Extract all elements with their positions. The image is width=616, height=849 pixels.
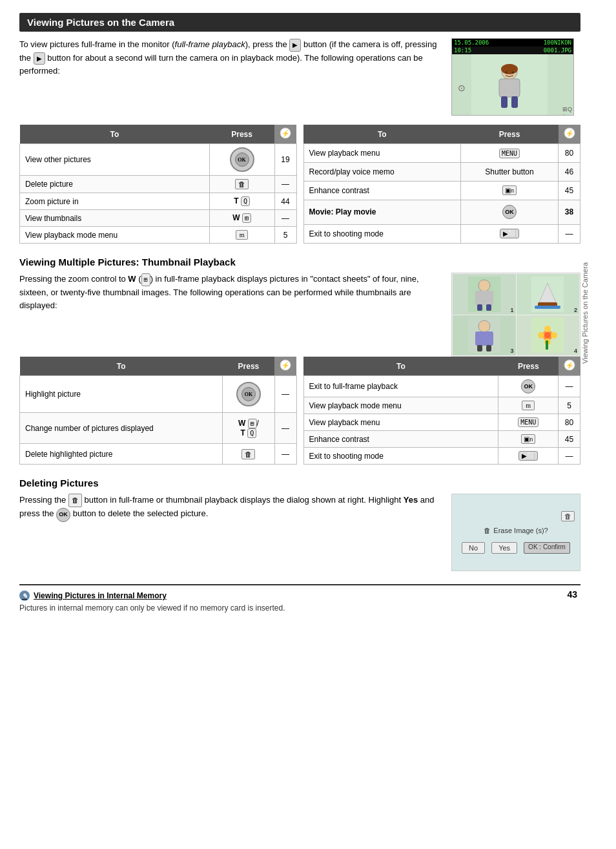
row-to: Zoom picture in [20,193,210,210]
svg-point-30 [551,332,557,339]
row-num: — [274,176,296,193]
thumb-figure-3 [456,317,513,353]
svg-rect-23 [477,345,482,351]
side-label-container: Viewing Pictures on the Camera [579,207,591,419]
table-row: Enhance contrast ▣n 45 [303,431,580,448]
trash-icon2: 🗑 [241,449,255,459]
ref-icon-4: ⚡ [564,359,575,371]
cam-second-bar: 10:15 0001.JPG [452,47,573,54]
table-row: Enhance contrast ▣n 45 [303,181,580,200]
table-row: Change number of pictures displayed W ⊞/… [20,413,297,444]
thumb-2: 2 [517,274,580,315]
row-num: 80 [559,414,580,431]
row-to: Highlight picture [20,376,223,413]
dialog-message: Erase Image (s)? [493,527,548,534]
thumb-4: 4 [517,315,580,356]
camera-figure-svg [490,64,529,112]
row-to: Exit to shooting mode [303,448,498,465]
thumb-3: 3 [453,315,516,356]
dialog-buttons: No Yes OK : Confirm [462,542,570,554]
t-button: T [234,196,238,205]
thumb-svg-1 [468,277,500,312]
m-btn2: m [522,401,535,410]
cam-left-icon: ⊙ [458,83,466,93]
table-row: Delete highlighted picture 🗑 — [20,444,297,465]
svg-point-1 [501,64,518,74]
playback-button-icon: ▶ [289,39,301,52]
svg-rect-22 [475,331,493,346]
table-row: Exit to full-frame playback OK — [303,376,580,397]
row-num: 38 [559,200,580,224]
ok-small-btn: OK [502,205,517,219]
delete-section: Deleting Pictures Pressing the 🗑 button … [19,477,580,571]
w-btn2: W [238,419,245,428]
section2-content: Pressing the zoom control to W (⊞) in fu… [19,273,580,357]
w-thumb-icon: ⊞ [141,273,150,286]
table-row: View playback menu MENU 80 [303,414,580,431]
row-to: View other pictures [20,144,210,176]
thumb-num-3: 3 [510,348,513,354]
row-to: View playback menu [303,414,498,431]
ref-icon-2: ⚡ [564,127,575,139]
row-to: Exit to shooting mode [303,224,461,243]
table2-right: To Press ⚡ Exit to full-frame playback O… [303,357,581,465]
table1-left: To Press ⚡ View other pictures OK [19,125,297,244]
ok-confirm: OK : Confirm [524,542,570,554]
cam-date: 15.05.2006 [454,39,489,46]
ok-center: OK [235,152,249,167]
section-title: Viewing Pictures on the Camera [27,17,174,28]
yes-button[interactable]: Yes [491,542,517,554]
ok-small-btn2: OK [521,379,535,393]
table-row: Highlight picture OK — [20,376,297,413]
svg-rect-24 [486,345,491,351]
row-press: T Q [209,193,274,210]
cam-time: 10:15 [454,47,471,54]
row-to: View playback mode menu [20,227,210,244]
row-num: 19 [274,144,296,176]
thumb-num-2: 2 [574,307,577,313]
row-num: — [559,376,580,397]
row-press: OK [461,200,559,224]
th-to-1: To [20,125,210,144]
delete-paragraph: Pressing the 🗑 button in full-frame or t… [19,494,438,522]
intro-p1: To view pictures full-frame in the monit… [19,39,436,76]
cam-icon1: ⊞Q [562,106,572,112]
camera-display-area: 15.05.2006 100NIKON 10:15 0001.JPG ⊙ [451,38,580,116]
table-row: Zoom picture in T Q 44 [20,193,297,210]
thumb-icon: ⊞ [242,213,251,223]
delete-area: Pressing the 🗑 button in full-frame or t… [19,494,580,571]
row-to: Change number of pictures displayed [20,413,223,444]
cam-right-panel: ⊞Q 1/ 1↑ [548,54,573,116]
svg-rect-13 [475,291,493,305]
svg-rect-19 [535,306,560,309]
cam-body: ⊙ [452,54,573,116]
delete-text: Pressing the 🗑 button in full-frame or t… [19,494,438,571]
ref-icon-1: ⚡ [280,127,291,139]
svg-point-27 [544,326,551,332]
ok-dial-btn: OK [230,147,254,172]
tables-row-2: To Press ⚡ Highlight picture OK [19,357,580,465]
thumb-num-1: 1 [510,307,513,313]
table-row: View playback mode menu m 5 [303,397,580,414]
cam-center [471,54,548,116]
no-button[interactable]: No [462,542,485,554]
delete-section-title: Deleting Pictures [19,477,580,488]
dialog-trash-top: 🗑 [457,511,575,521]
table1-right: To Press ⚡ View playback menu MENU 80 [303,125,581,244]
row-press: m [498,397,559,414]
row-to: Enhance contrast [303,431,498,448]
side-label: Viewing Pictures on the Camera [581,262,589,364]
row-press: 🗑 [209,176,274,193]
svg-rect-2 [499,79,520,97]
row-to: Enhance contrast [303,181,461,200]
row-press: MENU [461,144,559,163]
cam-icon2: 1/ 1↑ [559,114,572,116]
svg-text:⚡: ⚡ [566,361,574,370]
row-press: m [209,227,274,244]
svg-point-29 [538,332,544,339]
row-num: — [559,448,580,465]
row-press: OK [223,376,274,413]
page-content: Viewing Pictures on the Camera To view p… [19,13,597,613]
row-press: ▣n [461,181,559,200]
note-icon: ✎ [19,591,30,601]
